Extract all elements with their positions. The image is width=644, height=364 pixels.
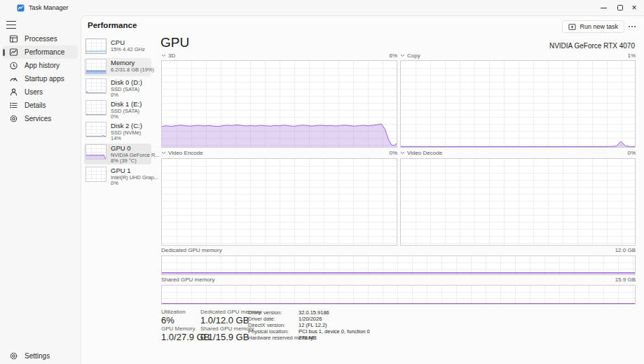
perf-item-name: Disk 0 (D:) <box>111 78 142 86</box>
app-history-icon <box>9 61 18 70</box>
perf-item-cpu[interactable]: CPU 15% 4.42 GHz <box>84 38 151 56</box>
sidebar-item-details[interactable]: Details <box>3 99 78 112</box>
perf-item-detail2: 0% <box>111 113 118 120</box>
sidebar-item-startup-apps[interactable]: Startup apps <box>3 72 78 85</box>
dedicated-memory-header: Dedicated GPU memory 12.0 GB <box>161 247 636 254</box>
chevron-down-icon <box>161 151 166 155</box>
perf-item-disk0[interactable]: Disk 0 (D:) SSD (SATA) 0% <box>84 78 151 99</box>
perf-item-detail2: 14% <box>111 135 121 141</box>
chart-header-3d: 3D 6% <box>161 52 397 59</box>
sidebar-item-services[interactable]: Services <box>3 112 78 125</box>
close-button[interactable]: × <box>626 0 643 15</box>
minimize-icon <box>601 8 607 8</box>
nav-hamburger-button[interactable] <box>6 21 16 29</box>
perf-item-detail2: 8% (39 °C) <box>111 158 137 164</box>
services-icon <box>9 114 18 123</box>
perf-item-name: Disk 2 (C:) <box>111 122 142 130</box>
chevron-down-icon <box>161 54 166 57</box>
driver-date-value: 1/20/2026 <box>299 316 322 322</box>
physical-location-label: Physical location: <box>248 328 289 335</box>
chart-header-video-encode: Video Encode 0% <box>161 150 397 157</box>
settings-label: Settings <box>25 352 50 360</box>
perf-item-disk2[interactable]: Disk 2 (C:) SSD (NVMe) 14% <box>84 121 151 142</box>
perf-item-detail: 15% 4.42 GHz <box>111 46 145 52</box>
sidebar-item-label: Startup apps <box>25 75 64 83</box>
gpu-3d-chart <box>161 60 397 148</box>
shared-memory-scale: 15.9 GB <box>615 276 636 283</box>
sidebar-item-label: Performance <box>25 48 64 56</box>
dedicated-stat-value: 1.0/12.0 GB <box>200 315 249 326</box>
main-panel: Performance Run new task CPU 15% 4.42 GH… <box>81 15 644 364</box>
perf-item-name: Memory <box>111 59 135 66</box>
sidebar-item-label: Services <box>25 115 51 122</box>
perf-item-memory[interactable]: Memory 6.2/31.8 GB (19%) <box>84 58 151 76</box>
chart-value-3d: 6% <box>389 52 397 59</box>
sidebar-item-app-history[interactable]: App history <box>3 59 78 72</box>
more-options-button[interactable] <box>626 20 638 33</box>
window-title: Task Manager <box>29 4 69 11</box>
utilization-value: 6% <box>161 315 174 326</box>
details-icon <box>9 101 18 110</box>
driver-version-label: Driver version: <box>248 309 282 316</box>
gpu0-mini-chart <box>85 144 107 160</box>
dedicated-memory-scale: 12.0 GB <box>615 247 636 253</box>
cpu-mini-chart <box>85 38 107 54</box>
chart-header-video-decode: Video Decode 0% <box>400 150 636 157</box>
perf-item-name: CPU <box>111 38 125 46</box>
ellipsis-icon <box>629 26 636 27</box>
shared-stat-label: Shared GPU memory <box>200 326 254 332</box>
shared-stat-value: 0.1/15.9 GB <box>200 332 249 342</box>
processes-icon <box>9 34 18 43</box>
dedicated-memory-chart <box>161 255 636 275</box>
settings-gear-icon <box>9 351 18 360</box>
gpu-video-decode-chart <box>400 158 636 246</box>
perf-item-gpu0[interactable]: GPU 0 NVIDIA GeForce R... 8% (39 °C) <box>84 144 151 164</box>
disk1-mini-chart <box>85 100 107 115</box>
perf-item-detail: 6.2/31.8 GB (19%) <box>111 66 154 73</box>
perf-item-detail2: 0% <box>111 92 118 98</box>
task-manager-window: Task Manager × Processes Performance App… <box>0 0 644 364</box>
disk2-mini-chart <box>85 122 107 137</box>
hw-reserved-value: 278 MB <box>299 335 317 341</box>
chart-value-video-encode: 0% <box>389 150 397 156</box>
sidebar-item-label: Details <box>25 102 46 109</box>
perf-item-detail2: 0% <box>111 180 118 186</box>
task-manager-app-icon <box>17 4 25 12</box>
utilization-label: Utilization <box>161 309 186 315</box>
gpu-copy-chart <box>400 60 636 148</box>
perf-item-disk1[interactable]: Disk 1 (E:) SSD (SATA) 0% <box>84 99 151 120</box>
chart-value-video-decode: 0% <box>627 150 636 156</box>
chevron-down-icon <box>400 54 405 57</box>
driver-version-value: 32.0.15.9186 <box>299 309 329 316</box>
users-icon <box>9 88 18 97</box>
directx-version-value: 12 (FL 12.2) <box>299 322 327 328</box>
gpu-page-title: GPU <box>160 35 189 50</box>
sidebar-item-settings[interactable]: Settings <box>3 349 78 363</box>
shared-memory-header: Shared GPU memory 15.9 GB <box>161 276 636 284</box>
sidebar-item-label: App history <box>25 62 60 69</box>
maximize-icon <box>617 5 623 10</box>
titlebar: Task Manager × <box>0 0 644 15</box>
sidebar-item-processes[interactable]: Processes <box>3 32 78 46</box>
sidebar-item-performance[interactable]: Performance <box>3 46 78 59</box>
run-new-task-button[interactable]: Run new task <box>562 20 624 33</box>
minimize-button[interactable] <box>595 0 612 15</box>
run-new-task-icon <box>568 23 576 31</box>
performance-icon <box>9 48 18 57</box>
perf-item-name: Disk 1 (E:) <box>111 100 142 108</box>
chart-value-copy: 1% <box>627 52 636 59</box>
chart-header-copy: Copy 1% <box>400 52 636 59</box>
gpu1-mini-chart <box>85 167 107 182</box>
directx-version-label: DirectX version: <box>248 322 285 328</box>
sidebar-item-users[interactable]: Users <box>3 85 78 99</box>
gpu-device-name: NVIDIA GeForce RTX 4070 <box>549 42 635 50</box>
gpu-memory-label: GPU Memory <box>161 326 195 332</box>
page-title: Performance <box>88 21 137 29</box>
shared-memory-chart <box>161 285 636 304</box>
memory-mini-chart <box>85 59 107 74</box>
driver-date-label: Driver date: <box>248 316 275 322</box>
perf-item-gpu1[interactable]: GPU 1 Intel(R) UHD Grap... 0% <box>84 166 151 187</box>
chevron-down-icon <box>400 151 405 155</box>
perf-item-name: GPU 0 <box>111 144 131 152</box>
close-icon: × <box>631 4 636 11</box>
